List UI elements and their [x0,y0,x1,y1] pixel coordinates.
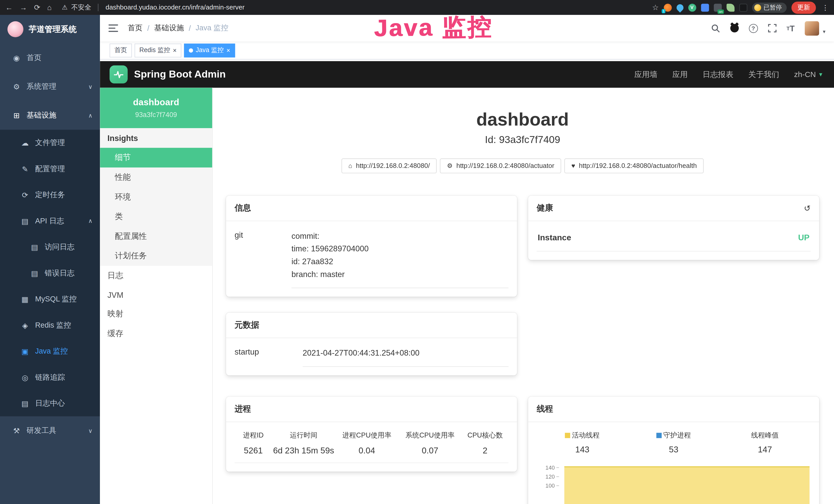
menu-item-dev-tools[interactable]: ⚒ 研发工具 ∨ [0,416,100,445]
extension-fox-icon[interactable]: 1 [663,3,672,11]
git-time-line: time: 1596289704000 [291,243,509,255]
menu-item-api-logs[interactable]: ▤ API 日志 ∧ [0,208,100,234]
sba-instance-box[interactable]: dashboard 93a3fc7f7409 [100,88,212,128]
address-url[interactable]: dashboard.yudao.iocoder.cn/infra/admin-s… [106,4,244,11]
startup-value: 2021-04-27T00:44:31.254+08:00 [303,347,508,360]
health-card: 健康 ↺ Instance UP [528,196,819,260]
menu-item-file-management[interactable]: ☁ 文件管理 [0,130,100,156]
security-label[interactable]: 不安全 [71,3,91,12]
document-icon: ▤ [30,269,39,277]
tab-redis-monitor[interactable]: Redis 监控 × [135,43,181,57]
history-icon[interactable]: ↺ [804,203,811,213]
sba-menu-details[interactable]: 细节 [100,148,212,168]
threads-card-body: 活动线程 守护进程 线程峰值 143 53 147 [528,422,819,504]
close-icon[interactable]: × [173,47,177,53]
menu-item-log-center[interactable]: ▤ 日志中心 [0,390,100,416]
menu-item-home[interactable]: ◉ 首页 [0,44,100,72]
instance-health-link[interactable]: ♥ http://192.168.0.2:48080/actuator/heal… [565,158,704,173]
health-row[interactable]: Instance UP [536,230,810,252]
sba-menu-configprops[interactable]: 配置属性 [100,226,212,246]
sba-menu-jvm[interactable]: JVM [100,285,212,304]
menu-item-mysql-monitor[interactable]: ▦ MySQL 监控 [0,286,100,312]
process-id-value: 5261 [235,446,272,456]
caret-down-icon: ▾ [819,71,822,78]
breadcrumb-separator: / [148,24,150,32]
sba-menu-logfile[interactable]: 日志 [100,266,212,285]
topbar-actions: ? TT ▾ [711,21,826,36]
sba-menu-environment[interactable]: 环境 [100,187,212,207]
edit-icon: ✎ [20,165,30,173]
live-threads-area [564,466,810,504]
forward-icon[interactable]: → [20,4,27,11]
help-icon[interactable]: ? [749,24,758,32]
instance-actuator-link[interactable]: ⚙ http://192.168.0.2:48080/actuator [440,158,561,173]
sba-language-select[interactable]: zh-CN ▾ [794,70,822,78]
menu-item-redis-monitor[interactable]: ◈ Redis 监控 [0,312,100,338]
sba-nav-wallboard[interactable]: 应用墙 [634,69,657,79]
card-title: 信息 [235,203,251,214]
app-logo[interactable]: 芋道管理系统 [0,15,100,44]
chevron-up-icon: ∧ [88,217,93,224]
reload-icon[interactable]: ⟳ [34,4,40,11]
sba-nav-about[interactable]: 关于我们 [748,69,779,79]
git-branch-line: branch: master [291,268,509,281]
tab-label: 首页 [114,46,127,55]
breadcrumb-current: Java 监控 [196,23,228,33]
menu-item-system-management[interactable]: ⚙ 系统管理 ∨ [0,72,100,101]
menu-item-infrastructure[interactable]: ⊞ 基础设施 ∧ [0,101,100,130]
close-icon[interactable]: × [226,47,231,53]
extension-drop-icon[interactable] [675,3,684,12]
browser-profile-chip[interactable]: 已暂停 [752,2,787,12]
sba-menu-mappings[interactable]: 映射 [100,304,212,324]
user-avatar[interactable] [805,21,819,36]
back-icon[interactable]: ← [5,4,13,11]
sba-menu-metrics[interactable]: 性能 [100,167,212,187]
uptime-value: 6d 23h 15m 59s [272,446,335,456]
sba-menu-insights[interactable]: Insights [100,128,212,148]
menu-item-java-monitor[interactable]: ▣ Java 监控 [0,338,100,364]
column-header: 进程CPU使用率 [335,431,398,440]
extension-vue-icon[interactable]: V [688,3,696,11]
row-key: startup [235,347,303,356]
security-warning-icon[interactable]: ⚠ [62,4,68,11]
avatar-caret-icon[interactable]: ▾ [823,28,825,36]
sba-nav-applications[interactable]: 应用 [672,69,687,79]
hamburger-icon[interactable] [108,24,118,32]
row-value: 2021-04-27T00:44:31.254+08:00 [303,347,508,367]
breadcrumb-home[interactable]: 首页 [128,23,142,33]
sba-menu-scheduled-tasks[interactable]: 计划任务 [100,246,212,266]
legend-peak-threads: 线程峰值 [719,431,810,440]
font-size-icon[interactable]: TT [787,24,795,32]
sba-menu-classes[interactable]: 类 [100,207,212,227]
instance-home-link[interactable]: ⌂ http://192.168.0.2:48080/ [342,158,437,173]
sba-menu-caches[interactable]: 缓存 [100,324,212,344]
column-header: CPU核心数 [462,431,508,440]
infrastructure-icon: ⊞ [12,111,21,120]
tab-java-monitor[interactable]: Java 监控 × [184,43,235,57]
menu-item-config-management[interactable]: ✎ 配置管理 [0,156,100,182]
layers-icon: ◈ [20,321,30,329]
menu-item-trace[interactable]: ◎ 链路追踪 [0,364,100,390]
bookmark-star-icon[interactable]: ☆ [652,4,659,11]
fullscreen-icon[interactable] [768,24,776,32]
breadcrumb-infra[interactable]: 基础设施 [154,23,184,33]
home-icon[interactable]: ⌂ [47,4,52,11]
sba-nav-journal[interactable]: 日志报表 [702,69,733,79]
wrench-icon: ⚙ [447,162,453,170]
menu-item-error-logs[interactable]: ▤ 错误日志 [0,260,100,286]
menu-item-access-logs[interactable]: ▤ 访问日志 [0,234,100,260]
browser-update-button[interactable]: 更新 [791,1,816,14]
github-icon[interactable] [730,24,739,32]
extension-proxy-icon[interactable]: on [714,3,722,11]
extension-grid-icon[interactable] [701,3,709,11]
extension-leaf-icon[interactable] [726,3,734,11]
browser-menu-icon[interactable]: ⋮ [822,3,829,11]
tools-icon: ⚒ [12,427,21,435]
search-icon[interactable] [711,24,720,32]
screenshot-root: ← → ⟳ ⌂ ⚠ 不安全 dashboard.yudao.iocoder.cn… [0,0,834,504]
sba-brand[interactable]: Spring Boot Admin [110,66,226,84]
gear-icon: ⚙ [12,83,21,91]
tab-home[interactable]: 首页 [110,43,132,57]
menu-item-scheduled-jobs[interactable]: ⟳ 定时任务 [0,182,100,208]
extension-pin-icon[interactable] [739,3,747,11]
